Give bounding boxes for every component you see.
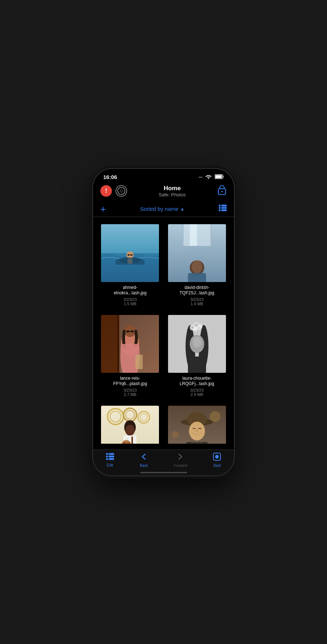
edit-nav-item[interactable]: Edit xyxy=(106,453,114,467)
photo-thumbnail[interactable] xyxy=(168,315,226,373)
edit-label: Edit xyxy=(107,463,113,467)
svg-rect-78 xyxy=(106,458,108,460)
svg-point-25 xyxy=(192,260,202,273)
svg-rect-21 xyxy=(190,224,197,246)
svg-rect-15 xyxy=(127,254,130,256)
svg-point-44 xyxy=(197,327,201,330)
back-label: Back xyxy=(140,464,148,468)
list-item[interactable]: david-dintsh-TQF2SJ...lash.jpg 3/23/23 1… xyxy=(164,221,231,311)
photo-size: 1.4 MB xyxy=(190,302,203,306)
svg-rect-34 xyxy=(131,330,134,332)
svg-rect-76 xyxy=(106,456,108,457)
forward-nav-item[interactable]: Forward xyxy=(174,453,187,468)
svg-point-73 xyxy=(172,431,179,438)
photo-thumbnail[interactable] xyxy=(101,224,159,282)
svg-rect-7 xyxy=(219,207,221,209)
svg-point-48 xyxy=(193,337,201,347)
list-item[interactable]: sandro-g... xyxy=(164,402,231,444)
svg-rect-2 xyxy=(215,175,222,178)
svg-point-72 xyxy=(210,411,221,422)
photo-thumbnail[interactable] xyxy=(101,315,159,373)
list-item[interactable]: laura-chouette-LRQGFj...lash.jpg 3/23/23… xyxy=(164,311,231,402)
photo-name: ahmed-elnokra...lash.jpg xyxy=(114,285,147,296)
photo-size: 2.7 MB xyxy=(124,392,137,397)
signal-icon: ··· xyxy=(198,174,202,180)
svg-point-43 xyxy=(193,327,197,331)
svg-rect-22 xyxy=(183,224,184,253)
svg-rect-8 xyxy=(221,207,227,209)
svg-point-81 xyxy=(215,455,218,458)
nav-title: Home xyxy=(159,185,185,192)
warning-icon[interactable]: ! xyxy=(100,185,112,197)
time-display: 16:06 xyxy=(103,174,117,180)
svg-rect-74 xyxy=(106,453,108,455)
target-icon[interactable] xyxy=(116,185,127,197)
battery-icon xyxy=(215,174,224,180)
svg-rect-77 xyxy=(109,456,114,457)
start-label: Start xyxy=(213,464,221,468)
svg-rect-79 xyxy=(109,458,114,460)
photo-thumbnail[interactable] xyxy=(101,406,159,444)
svg-rect-36 xyxy=(135,355,143,369)
list-item[interactable]: lucas-andrade... xyxy=(97,402,164,444)
svg-rect-33 xyxy=(126,330,129,332)
start-nav-item[interactable]: Start xyxy=(213,453,221,468)
start-icon xyxy=(213,453,221,462)
list-view-button[interactable] xyxy=(219,205,227,213)
svg-rect-11 xyxy=(101,224,159,253)
svg-rect-5 xyxy=(219,205,221,206)
nav-center: Home Safe: Photos xyxy=(159,185,185,197)
svg-rect-26 xyxy=(188,273,206,282)
photo-name: david-dintsh-TQF2SJ...lash.jpg xyxy=(180,285,214,296)
svg-rect-62 xyxy=(131,436,133,444)
photo-date: 3/23/23 xyxy=(190,388,204,392)
forward-label: Forward xyxy=(174,464,187,468)
sort-label-text: Sorted by name xyxy=(140,206,179,212)
edit-icon xyxy=(106,453,114,462)
toolbar: + Sorted by name ▲ xyxy=(93,201,234,217)
add-button[interactable]: + xyxy=(100,204,106,214)
home-indicator xyxy=(140,472,187,473)
nav-subtitle: Safe: Photos xyxy=(159,192,185,197)
svg-point-58 xyxy=(125,425,135,436)
svg-rect-47 xyxy=(188,357,206,373)
notch xyxy=(142,169,185,181)
svg-rect-9 xyxy=(219,209,221,211)
back-nav-item[interactable]: Back xyxy=(140,453,148,468)
photo-date: 3/23/23 xyxy=(123,297,137,302)
svg-rect-23 xyxy=(210,224,211,253)
photo-size: 2.9 MB xyxy=(190,392,203,397)
wifi-icon xyxy=(205,174,212,180)
svg-point-13 xyxy=(119,257,141,263)
status-icons: ··· xyxy=(198,174,224,180)
back-icon xyxy=(141,453,147,462)
photo-grid: ahmed-elnokra...lash.jpg 3/23/23 1.5 MB xyxy=(93,217,234,444)
lock-icon[interactable] xyxy=(217,184,227,198)
svg-rect-75 xyxy=(109,453,114,455)
photo-name: laura-chouette-LRQGFj...lash.jpg xyxy=(180,376,214,387)
svg-rect-1 xyxy=(223,176,224,178)
nav-bar: ! Home Safe: Photos xyxy=(93,182,234,201)
nav-left-icons: ! xyxy=(100,185,127,197)
svg-rect-18 xyxy=(127,259,133,264)
svg-rect-16 xyxy=(130,254,133,256)
svg-point-70 xyxy=(189,422,205,440)
photo-thumbnail[interactable] xyxy=(168,406,226,444)
svg-rect-10 xyxy=(221,209,227,211)
photo-date: 3/23/23 xyxy=(123,388,137,392)
photo-thumbnail[interactable] xyxy=(168,224,226,282)
forward-icon xyxy=(177,453,183,462)
svg-rect-28 xyxy=(101,315,119,373)
photo-size: 1.5 MB xyxy=(124,302,137,306)
photo-name: lance-reis-FPYq6...plash.jpg xyxy=(113,376,147,387)
list-item[interactable]: lance-reis-FPYq6...plash.jpg 3/23/23 2.7… xyxy=(97,311,164,402)
svg-point-4 xyxy=(221,191,223,192)
sort-arrow-icon: ▲ xyxy=(180,206,185,212)
svg-point-45 xyxy=(195,324,197,326)
list-item[interactable]: ahmed-elnokra...lash.jpg 3/23/23 1.5 MB xyxy=(97,221,164,311)
sort-button[interactable]: Sorted by name ▲ xyxy=(140,206,185,212)
phone-frame: 16:06 ··· ! Home Safe: Pho xyxy=(92,168,235,476)
svg-point-46 xyxy=(192,327,193,328)
svg-rect-6 xyxy=(221,205,227,206)
photo-date: 3/23/23 xyxy=(190,297,204,302)
